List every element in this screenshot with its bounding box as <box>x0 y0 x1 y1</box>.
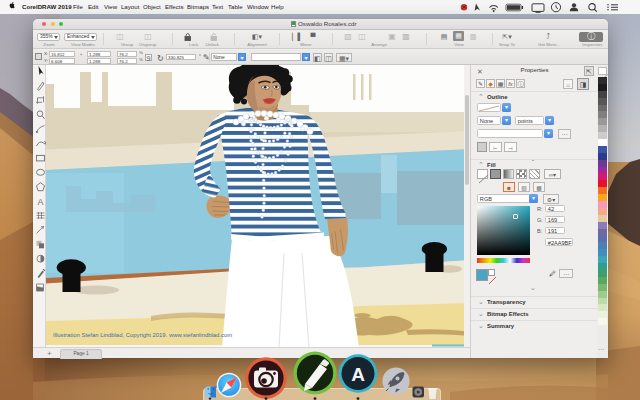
svg-text:Illustration Stefan Lindblad,: Illustration Stefan Lindblad, Copyright … <box>53 332 232 338</box>
svg-text:A: A <box>37 197 43 207</box>
